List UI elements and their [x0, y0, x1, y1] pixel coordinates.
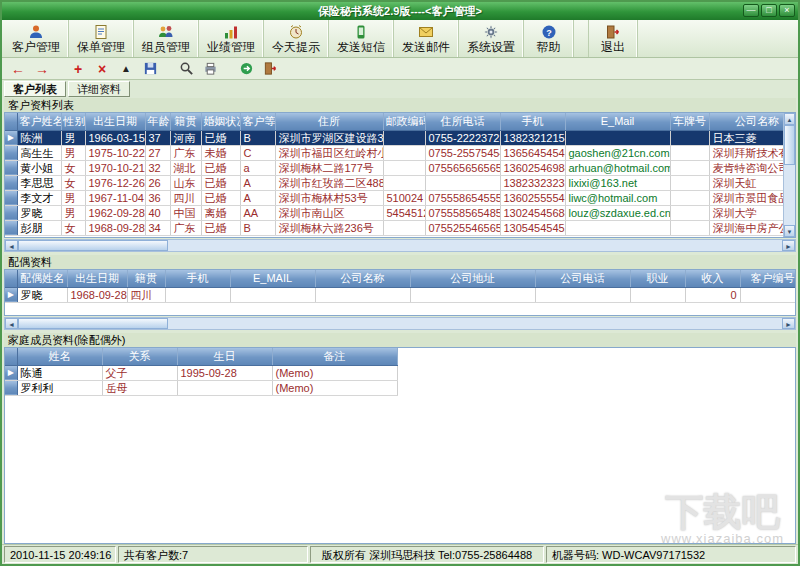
column-header[interactable]: 年龄	[145, 113, 170, 130]
door-exit-icon	[263, 61, 278, 76]
scroll-right-button[interactable]: ►	[782, 240, 795, 251]
column-header[interactable]: 出生日期	[67, 270, 127, 287]
maximize-button[interactable]: □	[761, 4, 777, 17]
column-header[interactable]: 客户姓名	[17, 113, 61, 130]
save-record-button[interactable]	[140, 60, 160, 78]
column-header[interactable]: 生日	[177, 348, 272, 365]
row-indicator	[5, 175, 17, 190]
next-record-button[interactable]: →	[32, 60, 52, 78]
exit-toolbar-button[interactable]	[260, 60, 280, 78]
column-header[interactable]: 手机	[500, 113, 565, 130]
export-icon	[239, 61, 254, 76]
table-cell	[165, 287, 230, 302]
column-header[interactable]: 客户等级	[240, 113, 275, 130]
menu-item-customer-mgmt[interactable]: 客户管理	[4, 20, 69, 57]
indicator-column-header	[5, 270, 17, 287]
horizontal-scroll-thumb[interactable]	[18, 240, 168, 251]
column-header[interactable]: 籍贯	[127, 270, 165, 287]
table-row[interactable]: 李文才男1967-11-0436四川已婚A深圳市梅林村53号5100240755…	[5, 190, 796, 205]
table-row[interactable]: ▶陈洲男1966-03-1537河南已婚B深圳市罗湖区建设路350755-222…	[5, 130, 796, 145]
column-header[interactable]: 车牌号	[670, 113, 709, 130]
column-header[interactable]: 邮政编码	[383, 113, 425, 130]
column-header[interactable]: 公司电话	[535, 270, 630, 287]
table-cell: 1995-09-28	[177, 365, 272, 380]
table-cell: 1968-09-28	[85, 220, 145, 235]
scroll-left-button[interactable]: ◄	[5, 240, 18, 251]
table-row[interactable]: ▶陈通父子1995-09-28(Memo)	[5, 365, 397, 380]
column-header[interactable]: E_MAIL	[230, 270, 315, 287]
table-cell: 深圳市红玫路二区4880	[275, 175, 383, 190]
export-button[interactable]	[236, 60, 256, 78]
column-header[interactable]: 收入	[685, 270, 740, 287]
spouse-section: 配偶资料 配偶姓名出生日期籍贯手机E_MAIL公司名称公司地址公司电话职业收入客…	[2, 255, 798, 330]
column-header[interactable]: 住所电话	[425, 113, 500, 130]
prior-record-button[interactable]: ←	[8, 60, 28, 78]
table-row[interactable]: 高生生男1975-10-2227广东未婚C深圳市福田区红岭村小0755-2557…	[5, 145, 796, 160]
titlebar[interactable]: 保险秘书系统2.9版----<客户管理> — □ ×	[2, 2, 798, 20]
column-header[interactable]: 性别	[61, 113, 85, 130]
table-row[interactable]: 李思思女1976-12-2626山东已婚A深圳市红玫路二区48801382332…	[5, 175, 796, 190]
add-record-button[interactable]: +	[68, 60, 88, 78]
column-header[interactable]: 手机	[165, 270, 230, 287]
column-header[interactable]: 职业	[630, 270, 685, 287]
menu-item-policy-mgmt[interactable]: 保单管理	[69, 20, 134, 57]
column-header[interactable]: E_Mail	[565, 113, 670, 130]
column-header[interactable]: 配偶姓名	[17, 270, 67, 287]
column-header[interactable]: 出生日期	[85, 113, 145, 130]
column-header[interactable]: 公司名称	[315, 270, 410, 287]
scroll-down-button[interactable]: ▼	[784, 225, 795, 237]
menu-item-member-mgmt[interactable]: 组员管理	[134, 20, 199, 57]
menu-item-send-sms[interactable]: 发送短信	[329, 20, 394, 57]
minimize-button[interactable]: —	[743, 4, 759, 17]
table-cell: 1968-09-28	[67, 287, 127, 302]
column-header[interactable]: 关系	[102, 348, 177, 365]
column-header[interactable]: 公司地址	[410, 270, 535, 287]
menu-item-label: 今天提示	[272, 41, 320, 54]
edit-record-button[interactable]: ▲	[116, 60, 136, 78]
table-row[interactable]: 黄小姐女1970-10-2132湖北已婚a深圳梅林二路177号075565656…	[5, 160, 796, 175]
table-cell: 女	[61, 220, 85, 235]
team-icon	[158, 24, 174, 40]
table-cell	[383, 160, 425, 175]
table-cell: 深圳市福田区红岭村小	[275, 145, 383, 160]
tab-customer-list[interactable]: 客户列表	[4, 81, 66, 97]
customer-grid: 客户姓名性别出生日期年龄籍贯婚姻状况客户等级住所邮政编码住所电话手机E_Mail…	[4, 112, 796, 238]
delete-record-button[interactable]: ×	[92, 60, 112, 78]
column-header[interactable]: 姓名	[17, 348, 102, 365]
column-header[interactable]: 备注	[272, 348, 397, 365]
table-cell: 离婚	[201, 205, 240, 220]
row-indicator	[5, 220, 17, 235]
search-button[interactable]	[176, 60, 196, 78]
close-button[interactable]: ×	[779, 4, 795, 17]
table-cell: 0755-22223728	[425, 130, 500, 145]
spouse-horizontal-scrollbar[interactable]: ◄ ►	[4, 317, 796, 330]
table-cell	[670, 175, 709, 190]
print-button[interactable]	[200, 60, 220, 78]
menu-item-exit[interactable]: 退出	[588, 20, 638, 57]
table-row[interactable]: ▶罗晓1968-09-28四川0	[5, 287, 796, 302]
table-cell: 罗晓	[17, 287, 67, 302]
column-header[interactable]: 婚姻状况	[201, 113, 240, 130]
menu-item-system-settings[interactable]: 系统设置	[459, 20, 524, 57]
scroll-right-button[interactable]: ►	[782, 318, 795, 329]
column-header[interactable]: 客户编号	[740, 270, 796, 287]
menu-item-today-tips[interactable]: 今天提示	[264, 20, 329, 57]
menu-item-send-email[interactable]: 发送邮件	[394, 20, 459, 57]
column-header[interactable]: 籍贯	[170, 113, 201, 130]
tab-detail-info[interactable]: 详细资料	[68, 81, 130, 97]
horizontal-scroll-thumb[interactable]	[18, 318, 168, 329]
table-row[interactable]: 罗晓男1962-09-2840中国离婚AA深圳市南山区5454512607555…	[5, 205, 796, 220]
menu-item-help[interactable]: ? 帮助	[524, 20, 574, 57]
vertical-scroll-thumb[interactable]	[784, 125, 795, 165]
table-row[interactable]: 罗利利岳母(Memo)	[5, 380, 397, 395]
table-row[interactable]: 彭朋女1968-09-2834广东已婚B深圳梅林六路236号0755255465…	[5, 220, 796, 235]
vertical-scrollbar[interactable]: ▲ ▼	[783, 113, 795, 237]
scroll-left-button[interactable]: ◄	[5, 318, 18, 329]
menu-item-performance-mgmt[interactable]: 业绩管理	[199, 20, 264, 57]
menu-item-label: 发送短信	[337, 41, 385, 54]
column-header[interactable]: 住所	[275, 113, 383, 130]
customer-table: 客户姓名性别出生日期年龄籍贯婚姻状况客户等级住所邮政编码住所电话手机E_Mail…	[5, 113, 796, 236]
status-datetime: 2010-11-15 20:49:16	[4, 546, 116, 563]
scroll-up-button[interactable]: ▲	[784, 113, 795, 125]
customer-horizontal-scrollbar[interactable]: ◄ ►	[4, 239, 796, 252]
